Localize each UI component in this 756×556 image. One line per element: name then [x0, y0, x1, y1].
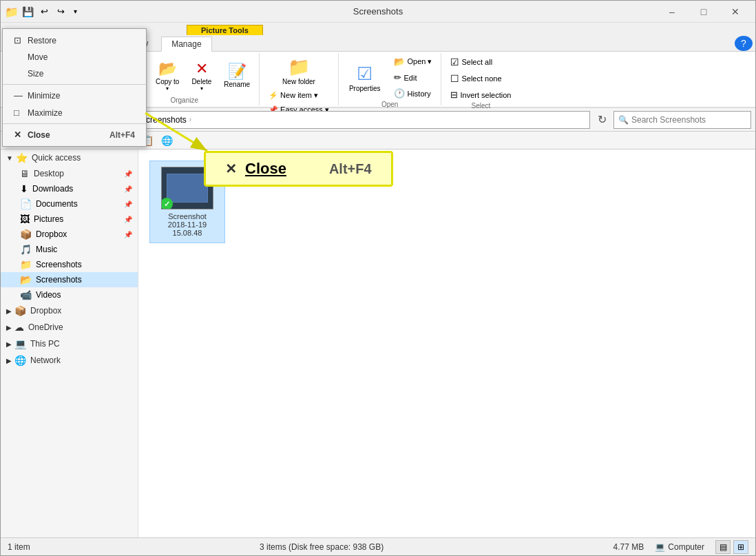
new-folder-icon: 📁: [288, 56, 310, 78]
globe-toolbar-btn[interactable]: 🌐: [158, 133, 176, 148]
pin-icon-docs: 📌: [124, 200, 132, 208]
new-item-button[interactable]: ⚡ New item ▾: [264, 89, 334, 102]
callout-close-label: Close: [245, 160, 286, 178]
file-area: ✓ Screenshot2018-11-1915.08.48: [138, 150, 755, 539]
minimize-ctx-icon: —: [14, 90, 28, 101]
documents-icon: 📄: [20, 198, 32, 209]
context-item-close[interactable]: ✕ Close Alt+F4: [3, 126, 146, 143]
thispc-section-icon: 💻: [14, 338, 26, 349]
open-group: ☑ Properties 📂 Open ▾ ✏ Edit 🕐 H: [339, 53, 442, 105]
copy-to-button[interactable]: 📂 Copy to ▾: [151, 58, 184, 94]
search-box[interactable]: 🔍: [613, 111, 751, 129]
network-section-icon: 🌐: [14, 355, 26, 366]
sidebar-section-thispc[interactable]: ▶ 💻 This PC: [1, 336, 138, 352]
pictures-icon: 🖼: [20, 214, 30, 225]
computer-icon: 💻: [655, 542, 665, 552]
sidebar-section-network[interactable]: ▶ 🌐 Network: [1, 352, 138, 369]
pin-icon: 📌: [124, 170, 132, 178]
sidebar-item-screenshots-folder[interactable]: 📁 Screenshots: [1, 257, 138, 272]
refresh-button[interactable]: ↻: [593, 111, 611, 129]
select-all-button[interactable]: ☑ Select all: [445, 54, 516, 70]
dropbox-section-icon: 📦: [14, 305, 26, 316]
context-menu: ⊡ Restore Move Size — Minimize □ Maximiz…: [2, 28, 147, 147]
delete-button[interactable]: ✕ Delete ▾: [187, 58, 216, 94]
pin-icon-dropbox: 📌: [124, 231, 132, 238]
help-btn[interactable]: ?: [735, 36, 753, 51]
status-bar: 1 item 3 items (Disk free space: 938 GB)…: [1, 537, 755, 555]
save-btn[interactable]: 💾: [20, 4, 35, 19]
large-icon-view-btn[interactable]: ⊞: [733, 540, 748, 554]
videos-icon: 📹: [20, 289, 32, 300]
context-item-restore[interactable]: ⊡ Restore: [3, 32, 146, 49]
screenshots-active-icon: 📂: [20, 274, 32, 285]
view-mode-buttons: ▤ ⊞: [715, 540, 748, 554]
delete-icon: ✕: [196, 60, 208, 78]
minimize-btn[interactable]: –: [656, 1, 688, 23]
sidebar-item-documents[interactable]: 📄 Documents 📌: [1, 196, 138, 212]
rename-button[interactable]: 📝 Rename: [219, 61, 255, 90]
section-expand-icon: ▼: [6, 154, 13, 162]
context-item-maximize[interactable]: □ Maximize: [3, 104, 146, 121]
new-folder-button[interactable]: 📁 New folder: [264, 54, 334, 87]
callout-shortcut: Alt+F4: [329, 161, 372, 177]
context-item-size[interactable]: Size: [3, 65, 146, 82]
invert-icon: ⊟: [450, 90, 458, 100]
tab-manage[interactable]: Manage: [161, 37, 211, 52]
sidebar-item-music[interactable]: 🎵 Music: [1, 242, 138, 257]
file-size: 4.77 MB: [613, 542, 644, 552]
quick-access-star-icon: ⭐: [16, 152, 28, 163]
context-item-move[interactable]: Move: [3, 49, 146, 65]
sidebar-section-dropbox[interactable]: ▶ 📦 Dropbox: [1, 302, 138, 319]
open-label: Open: [343, 101, 437, 108]
list-view-btn[interactable]: ▤: [715, 540, 731, 554]
sidebar-item-downloads[interactable]: ⬇ Downloads 📌: [1, 181, 138, 196]
history-button[interactable]: 🕐 History: [389, 86, 437, 101]
close-callout: ✕ Close Alt+F4: [204, 151, 393, 187]
sidebar-item-desktop[interactable]: 🖥 Desktop 📌: [1, 166, 138, 181]
sidebar-item-screenshots-active[interactable]: 📂 Screenshots: [1, 272, 138, 287]
pin-icon-downloads: 📌: [124, 185, 132, 193]
onedrive-section-icon: ☁: [14, 322, 24, 333]
edit-icon: ✏: [394, 72, 401, 83]
breadcrumb-screenshots: Screenshots: [140, 115, 187, 125]
window-icon: 📁: [5, 6, 17, 18]
properties-button[interactable]: ☑ Properties: [343, 61, 387, 94]
history-icon: 🕐: [394, 88, 405, 99]
screenshots-folder-icon: 📁: [20, 259, 32, 270]
desktop-icon: 🖥: [20, 168, 30, 179]
status-info: 3 items (Disk free space: 938 GB): [260, 542, 384, 552]
context-item-minimize[interactable]: — Minimize: [3, 87, 146, 104]
dropbox-qa-icon: 📦: [20, 229, 32, 240]
qa-dropdown[interactable]: ▾: [70, 4, 81, 19]
edit-button[interactable]: ✏ Edit: [389, 70, 437, 85]
sidebar-item-videos[interactable]: 📹 Videos: [1, 287, 138, 302]
sidebar-item-dropbox-qa[interactable]: 📦 Dropbox 📌: [1, 227, 138, 242]
sidebar-item-pictures[interactable]: 🖼 Pictures 📌: [1, 212, 138, 227]
search-icon: 🔍: [618, 115, 629, 125]
sidebar-section-quick-access[interactable]: ▼ ⭐ Quick access: [1, 150, 138, 166]
maximize-ctx-icon: □: [14, 107, 28, 118]
open-button[interactable]: 📂 Open ▾: [389, 54, 437, 69]
breadcrumb-caret: ›: [189, 116, 191, 123]
sidebar: ▼ ⭐ Quick access 🖥 Desktop 📌 ⬇ Downloads…: [1, 150, 138, 539]
window-title: Screenshots: [353, 6, 403, 17]
undo-btn[interactable]: ↩: [36, 4, 52, 19]
redo-btn[interactable]: ↪: [53, 4, 68, 19]
file-check-badge: ✓: [161, 198, 173, 209]
close-shortcut: Alt+F4: [109, 130, 135, 140]
select-none-button[interactable]: ☐ Select none: [445, 71, 516, 86]
close-btn[interactable]: ✕: [720, 1, 751, 23]
sidebar-section-onedrive[interactable]: ▶ ☁ OneDrive: [1, 319, 138, 336]
search-input[interactable]: [631, 115, 746, 125]
invert-selection-button[interactable]: ⊟ Invert selection: [445, 87, 516, 102]
onedrive-section-caret: ▶: [6, 324, 12, 331]
callout-x-icon: ✕: [225, 161, 237, 177]
maximize-btn[interactable]: □: [688, 1, 720, 23]
restore-icon: ⊡: [14, 35, 28, 45]
music-icon: 🎵: [20, 244, 32, 255]
computer-label: 💻 Computer: [655, 542, 704, 552]
properties-icon: ☑: [357, 63, 372, 85]
context-sep1: [3, 84, 146, 85]
quick-access-toolbar: 💾 ↩ ↪ ▾: [20, 4, 81, 19]
file-name: Screenshot2018-11-1915.08.48: [168, 212, 207, 237]
